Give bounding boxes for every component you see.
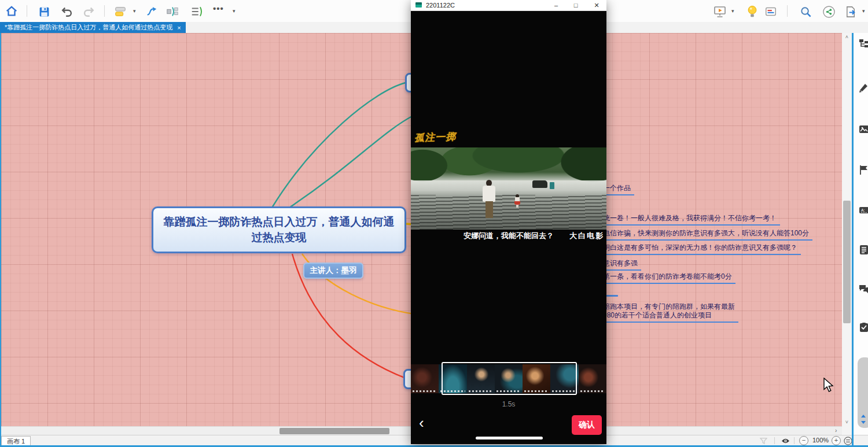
phone-window-app-icon [415,2,422,8]
right-topic-7-text: 陪跑本项目，有专门的陪跑群，如果有最新 [603,302,735,311]
movie-subtitle: 安娜问道，我能不能回去？ [431,231,587,241]
subtitle-row: 安娜问道，我能不能回去？ 大白电影 [411,231,606,241]
zoom-level: 100% [809,437,832,444]
structure-icon[interactable] [859,39,868,49]
scene-man [481,180,496,218]
right-topic-6[interactable]: 第一条，看看你们的防诈考卷能不能考0分 [603,272,735,284]
document-tab-close-icon[interactable]: × [177,24,181,31]
presentation-caret[interactable]: ▾ [731,8,734,14]
confirm-button[interactable]: 确认 [572,415,602,435]
scene-car [532,180,547,188]
zoom-out-button[interactable]: − [799,436,808,445]
redo-icon[interactable] [82,5,95,19]
right-sidebar: A: [854,33,868,445]
central-topic-text: 靠蹭孤注一掷防诈热点日入过万，普通人如何通过热点变现 [161,215,396,245]
maximize-button[interactable]: □ [568,1,583,10]
scroll-right-icon[interactable]: › [835,427,837,434]
minimize-button[interactable]: – [549,1,564,10]
export-caret[interactable]: ▾ [862,8,865,14]
filter-icon[interactable] [758,436,768,445]
pitch-eye-icon[interactable] [780,436,790,445]
presentation-icon[interactable] [713,5,727,19]
outline-icon[interactable] [190,5,204,19]
phone-window-title: 2201122C [426,2,455,9]
trim-selection-box[interactable] [442,362,577,395]
share-icon[interactable] [822,5,836,19]
right-topic-5-text: 意识有多强 [603,259,638,267]
phone-mirror-window[interactable]: 2201122C – □ ✕ 孤注一掷 安娜问道，我能不能回去？ 大白电影 [411,0,606,444]
right-topic-3-text: 电信诈骗，快来测测你的防诈意识有多强大，听说没有人能答100分 [603,229,809,237]
movie-title-logo: 孤注一掷 [414,130,457,145]
horizontal-scroll-thumb[interactable] [279,428,389,434]
topic-style-caret[interactable]: ▾ [133,8,136,14]
page-navigator-pill[interactable] [858,357,868,428]
home-icon[interactable] [5,5,19,19]
right-topic-3[interactable]: 电信诈骗，快来测测你的防诈意识有多强大，听说没有人能答100分 [603,229,812,241]
left-window-border [0,33,1,445]
clip-duration-label: 1.5s [411,400,606,408]
scroll-up-icon[interactable]: ˄ [842,34,852,40]
relationship-icon[interactable] [145,5,159,19]
toolbar-divider [787,5,788,17]
pill-up-arrow-icon[interactable] [861,415,866,418]
zoom-in-button[interactable]: + [832,436,841,445]
label-icon[interactable]: A: [859,205,868,216]
scroll-down-icon[interactable]: ˅ [842,419,852,425]
back-chevron-icon[interactable]: ‹ [419,414,424,431]
vertical-scrollbar[interactable]: ˄ ˅ [842,33,852,434]
pill-down-arrow-icon[interactable] [861,421,866,424]
mouse-cursor [823,378,834,396]
home-indicator-bar[interactable] [476,437,543,439]
style-brush-icon[interactable] [859,82,868,93]
scene-ground-rows [411,195,606,230]
toolbar-divider [104,5,105,17]
right-topic-1-text: 一个作品 [603,184,631,192]
central-topic-node[interactable]: 靠蹭孤注一掷防诈热点日入过万，普通人如何通过热点变现 [152,206,406,253]
right-window-border [852,33,854,445]
right-topic-1[interactable]: 一个作品 [603,184,634,195]
app-window: ▾ ••• ▾ ▾ ▾ [0,0,868,447]
scene-wall [411,180,606,191]
right-topic-7[interactable]: 陪跑本项目，有专门的陪跑群，如果有最新 980的若干个适合普通人的创业项目 [603,302,738,323]
phone-window-titlebar[interactable]: 2201122C – □ ✕ [411,0,606,11]
toolbar-divider [27,5,27,17]
filmstrip-thumb[interactable] [411,364,439,393]
right-topic-4-text: 明白这是有多可怕，深深的无力感！你的防诈意识又有多强呢？ [603,243,797,252]
sheet-tab-label: 画布 1 [7,437,25,446]
right-topic-5[interactable]: 意识有多强 [603,259,641,271]
presenter-node[interactable]: 主讲人：墨羽 [303,263,363,279]
notes-icon[interactable] [859,245,868,255]
comments-icon[interactable] [859,284,868,294]
statusbar-divider [774,437,775,444]
right-topic-4[interactable]: 明白这是有多可怕，深深的无力感！你的防诈意识又有多强呢？ [603,243,801,255]
svg-text:A:: A: [861,208,865,212]
save-icon[interactable] [37,5,51,19]
export-icon[interactable] [844,5,858,19]
scene-child [514,194,520,208]
more-icon[interactable]: ••• [213,3,224,13]
right-topic-2-text: 统一卷！一般人很难及格，我获得满分！不信你考一考！ [603,214,777,222]
tasks-icon[interactable] [859,322,868,333]
summary-icon[interactable] [165,5,179,19]
filmstrip-thumb[interactable] [579,364,606,393]
search-icon[interactable] [799,5,812,19]
document-tab[interactable]: *靠蹭孤注一掷防诈热点日入过万，普通人如何通过热点变现 × [0,22,186,33]
sticky-note-icon[interactable] [764,5,778,19]
more-caret[interactable]: ▾ [233,8,236,14]
video-preview-frame[interactable] [411,147,606,230]
vertical-scroll-thumb[interactable] [843,201,851,323]
scene-bin [550,182,554,189]
undo-icon[interactable] [60,5,74,19]
right-topic-2[interactable]: 统一卷！一般人很难及格，我获得满分！不信你考一考！ [603,214,780,226]
idea-icon[interactable] [745,5,759,19]
document-tab-title: *靠蹭孤注一掷防诈热点日入过万，普通人如何通过热点变现 [5,23,172,32]
confirm-button-label: 确认 [579,420,595,430]
right-topic-7-text2: 980的若干个适合普通人的创业项目 [603,311,735,320]
right-topic-6-text: 第一条，看看你们的防诈考卷能不能考0分 [603,272,732,280]
presenter-text: 主讲人：墨羽 [310,265,357,276]
image-icon[interactable] [859,124,868,135]
topic-style-icon[interactable] [113,5,127,19]
statusbar-divider [794,437,795,444]
close-button[interactable]: ✕ [589,1,604,10]
flag-icon[interactable] [859,165,868,175]
